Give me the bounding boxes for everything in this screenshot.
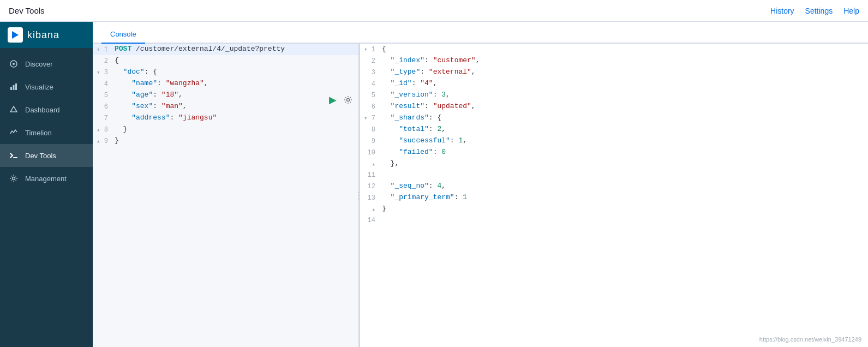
top-bar-actions: History Settings Help: [770, 7, 859, 15]
response-line: 6 "result": "updated",: [360, 101, 868, 112]
request-line: ▾ 3 "doc": {: [93, 67, 358, 78]
request-line: 2{: [93, 55, 358, 67]
line-number: 4: [360, 78, 380, 89]
sidebar-item-devtools[interactable]: Dev Tools: [0, 144, 93, 167]
line-number: 7: [93, 112, 112, 124]
svg-rect-5: [15, 83, 17, 90]
kibana-logo-icon: [8, 27, 23, 43]
svg-point-2: [13, 63, 15, 65]
line-content: "_shards": {: [380, 112, 868, 123]
response-line: 13 "_primary_term": 1: [360, 192, 868, 204]
response-line: 8 "total": 2,: [360, 124, 868, 135]
line-content: }: [380, 204, 868, 214]
line-content: "_seq_no": 4,: [380, 181, 868, 192]
line-number: 13: [360, 192, 380, 204]
sidebar-item-management[interactable]: Management: [0, 167, 93, 190]
sidebar-item-label: Discover: [25, 60, 53, 68]
request-panel: ▾ 1POST /customer/external/4/_update?pre…: [93, 44, 360, 347]
panel-divider[interactable]: [355, 187, 360, 204]
sidebar-item-label: Visualize: [25, 83, 53, 91]
svg-point-8: [347, 99, 350, 101]
kibana-logo-text: kibana: [27, 29, 59, 41]
sidebar-item-visualize[interactable]: Visualize: [0, 75, 93, 98]
devtools-icon: [9, 151, 19, 160]
svg-marker-0: [12, 31, 19, 39]
main-layout: kibana Discover Visualize Dashboard: [0, 22, 868, 347]
dashboard-icon: [9, 105, 19, 115]
history-link[interactable]: History: [770, 7, 794, 15]
line-content: "_index": "customer",: [380, 55, 868, 66]
tab-bar: Console: [93, 22, 868, 44]
line-number: ▴ 11: [360, 158, 380, 181]
run-button[interactable]: ▶: [327, 94, 339, 106]
request-actions: ▶: [327, 94, 354, 106]
response-line: 4 "_id": "4",: [360, 78, 868, 89]
line-content: "doc": {: [112, 67, 358, 77]
line-number: ▴ 8: [93, 124, 112, 135]
line-content: "_id": "4",: [380, 78, 868, 89]
sidebar-item-label: Management: [25, 175, 67, 183]
line-content: "name": "wangzha",: [112, 78, 358, 89]
sidebar-item-label: Dev Tools: [25, 152, 56, 160]
response-line: 10 "failed": 0: [360, 147, 868, 158]
response-line: 9 "successful": 1,: [360, 135, 868, 147]
line-number: 6: [93, 101, 112, 112]
sidebar-nav: Discover Visualize Dashboard Timelion: [0, 48, 93, 190]
discover-icon: [9, 59, 19, 69]
visualize-icon: [9, 82, 19, 92]
svg-rect-3: [10, 87, 12, 90]
sidebar-item-dashboard[interactable]: Dashboard: [0, 98, 93, 121]
sidebar-logo[interactable]: kibana: [0, 22, 93, 48]
help-link[interactable]: Help: [843, 7, 859, 15]
line-content: },: [380, 158, 868, 169]
settings-button[interactable]: [342, 94, 354, 106]
response-line: 12 "_seq_no": 4,: [360, 181, 868, 192]
request-line: ▾ 1POST /customer/external/4/_update?pre…: [93, 44, 358, 55]
timelion-icon: [9, 128, 19, 137]
content-area: Console ▾ 1POST /customer/external/4/_up…: [93, 22, 868, 347]
settings-link[interactable]: Settings: [805, 7, 833, 15]
line-content: POST /customer/external/4/_update?pretty: [112, 44, 358, 55]
line-content: "failed": 0: [380, 147, 868, 158]
line-number: 12: [360, 181, 380, 192]
tab-console[interactable]: Console: [101, 26, 145, 44]
sidebar-item-label: Dashboard: [25, 106, 60, 114]
line-content: "sex": "man",: [112, 101, 358, 112]
page-title: Dev Tools: [9, 6, 45, 15]
request-line: 5 "age": "18",: [93, 89, 358, 101]
line-content: "successful": 1,: [380, 135, 868, 146]
line-number: 10: [360, 147, 380, 158]
line-content: {: [380, 44, 868, 55]
line-number: ▴ 14: [360, 204, 380, 226]
line-number: ▾ 1: [360, 44, 380, 55]
response-line: 5 "_version": 3,: [360, 89, 868, 101]
request-line: 6 "sex": "man",: [93, 101, 358, 112]
line-content: "age": "18",: [112, 89, 358, 100]
line-content: }: [112, 124, 358, 135]
response-line: ▾ 1{: [360, 44, 868, 55]
response-editor: ▾ 1{ 2 "_index": "customer", 3 "_type": …: [360, 44, 868, 347]
response-panel: ▾ 1{ 2 "_index": "customer", 3 "_type": …: [360, 44, 868, 347]
line-number: 9: [360, 135, 380, 147]
request-line: ▴ 9}: [93, 135, 358, 147]
line-content: "_version": 3,: [380, 89, 868, 100]
line-number: 6: [360, 101, 380, 112]
request-line: 7 "address": "jiangsu": [93, 112, 358, 124]
line-number: 2: [93, 55, 112, 67]
watermark: https://blog.csdn.net/weixin_39471249: [759, 336, 861, 343]
line-number: ▾ 1: [93, 44, 112, 55]
line-content: "result": "updated",: [380, 101, 868, 112]
line-number: 5: [360, 89, 380, 101]
line-number: 3: [360, 67, 380, 78]
svg-rect-4: [13, 85, 15, 90]
line-content: }: [112, 135, 358, 146]
line-number: ▾ 7: [360, 112, 380, 124]
request-editor[interactable]: ▾ 1POST /customer/external/4/_update?pre…: [93, 44, 358, 347]
line-number: 5: [93, 89, 112, 101]
sidebar-item-discover[interactable]: Discover: [0, 52, 93, 75]
response-line: ▴ 11 },: [360, 158, 868, 181]
svg-point-7: [13, 177, 15, 180]
sidebar-item-label: Timelion: [25, 129, 52, 137]
sidebar-item-timelion[interactable]: Timelion: [0, 121, 93, 144]
line-content: {: [112, 55, 358, 66]
